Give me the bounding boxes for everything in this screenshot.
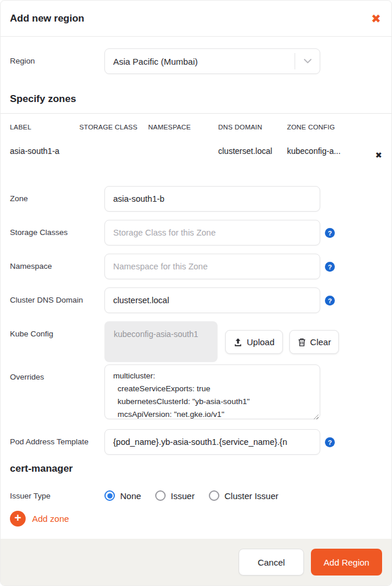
help-icon[interactable]: ? bbox=[325, 262, 335, 272]
cancel-button[interactable]: Cancel bbox=[239, 549, 304, 576]
col-namespace: NAMESPACE bbox=[148, 124, 218, 131]
kube-config-row: Kube Config kubeconfig-asia-south1 Uploa… bbox=[1, 321, 391, 362]
region-row: Region Asia Pacific (Mumbai) bbox=[1, 48, 391, 74]
zone-input[interactable] bbox=[104, 186, 320, 212]
delete-row-icon[interactable]: ✖ bbox=[358, 146, 382, 160]
upload-icon bbox=[233, 338, 243, 347]
kube-config-buttons: Upload Clear bbox=[225, 330, 339, 354]
namespace-input[interactable] bbox=[104, 254, 320, 279]
modal-header: Add new region ✖ bbox=[1, 1, 391, 37]
dns-domain-row: Cluster DNS Domain ? bbox=[1, 287, 391, 313]
close-icon[interactable]: ✖ bbox=[371, 13, 381, 24]
overrides-label: Overrides bbox=[10, 364, 104, 383]
col-storage-class: STORAGE CLASS bbox=[79, 124, 148, 131]
zone-form: Zone Storage Classes ? Namespace ? Clust… bbox=[1, 173, 391, 527]
col-dns-domain: DNS DOMAIN bbox=[218, 124, 287, 131]
help-icon[interactable]: ? bbox=[325, 228, 335, 238]
zones-table: LABEL STORAGE CLASS NAMESPACE DNS DOMAIN… bbox=[1, 113, 391, 173]
region-select[interactable]: Asia Pacific (Mumbai) bbox=[104, 48, 320, 74]
add-zone-label: Add zone bbox=[32, 514, 69, 524]
dns-domain-input[interactable] bbox=[104, 287, 320, 313]
specify-zones-heading: Specify zones bbox=[1, 93, 391, 105]
cell-namespace bbox=[148, 146, 218, 160]
cell-zone-config: kubeconfig-a... bbox=[287, 146, 358, 160]
overrides-row: Overrides multicluster: createServiceExp… bbox=[1, 364, 391, 422]
radio-option-issuer[interactable]: Issuer bbox=[155, 490, 195, 501]
cell-storage-class bbox=[79, 146, 148, 160]
zone-row: Zone bbox=[1, 186, 391, 212]
namespace-row: Namespace ? bbox=[1, 254, 391, 279]
radio-icon[interactable] bbox=[155, 490, 166, 501]
cell-dns-domain: clusterset.local bbox=[218, 146, 287, 160]
col-zone-config: ZONE CONFIG bbox=[287, 124, 358, 131]
cert-manager-heading: cert-manager bbox=[1, 463, 391, 475]
modal-title: Add new region bbox=[10, 13, 85, 24]
table-row: asia-south1-a clusterset.local kubeconfi… bbox=[1, 131, 391, 173]
issuer-type-label: Issuer Type bbox=[10, 484, 104, 501]
region-select-value: Asia Pacific (Mumbai) bbox=[105, 57, 295, 66]
radio-label: None bbox=[120, 491, 141, 501]
radio-icon[interactable] bbox=[209, 490, 219, 501]
radio-label: Issuer bbox=[171, 491, 195, 501]
col-label: LABEL bbox=[10, 124, 79, 131]
radio-label: Cluster Issuer bbox=[225, 491, 279, 501]
kube-config-filename: kubeconfig-asia-south1 bbox=[104, 321, 218, 362]
storage-classes-row: Storage Classes ? bbox=[1, 220, 391, 245]
add-region-button[interactable]: Add Region bbox=[311, 549, 382, 576]
upload-button-label: Upload bbox=[247, 337, 275, 347]
storage-classes-input[interactable] bbox=[104, 220, 320, 245]
issuer-type-radio-group: None Issuer Cluster Issuer bbox=[104, 484, 278, 501]
clear-button-label: Clear bbox=[310, 337, 331, 347]
region-label: Region bbox=[10, 48, 104, 66]
help-icon[interactable]: ? bbox=[325, 296, 335, 306]
dns-domain-label: Cluster DNS Domain bbox=[10, 287, 104, 306]
radio-icon[interactable] bbox=[104, 490, 115, 501]
issuer-type-row: Issuer Type None Issuer Cluster Issuer bbox=[1, 484, 391, 501]
help-icon[interactable]: ? bbox=[325, 437, 335, 447]
namespace-label: Namespace bbox=[10, 254, 104, 272]
add-region-modal: Add new region ✖ Region Asia Pacific (Mu… bbox=[0, 0, 392, 586]
modal-footer: Cancel Add Region bbox=[1, 539, 391, 585]
zone-label: Zone bbox=[10, 186, 104, 204]
clear-button[interactable]: Clear bbox=[289, 330, 340, 354]
upload-button[interactable]: Upload bbox=[225, 330, 283, 354]
overrides-wrap: multicluster: createServiceExports: true… bbox=[104, 364, 320, 422]
zones-table-header: LABEL STORAGE CLASS NAMESPACE DNS DOMAIN… bbox=[1, 114, 391, 131]
kube-config-label: Kube Config bbox=[10, 321, 104, 339]
chevron-down-icon[interactable] bbox=[295, 59, 320, 64]
storage-classes-label: Storage Classes bbox=[10, 220, 104, 238]
pod-address-label: Pod Address Template bbox=[10, 429, 104, 447]
plus-icon: + bbox=[10, 511, 26, 527]
pod-address-row: Pod Address Template ? bbox=[1, 429, 391, 455]
pod-address-input[interactable] bbox=[104, 429, 320, 455]
radio-option-cluster-issuer[interactable]: Cluster Issuer bbox=[209, 490, 279, 501]
cell-label: asia-south1-a bbox=[10, 146, 79, 160]
radio-option-none[interactable]: None bbox=[104, 490, 141, 501]
trash-icon bbox=[298, 338, 306, 347]
modal-body: Region Asia Pacific (Mumbai) Specify zon… bbox=[1, 37, 391, 539]
add-zone-button[interactable]: + Add zone bbox=[1, 511, 391, 527]
overrides-textarea[interactable]: multicluster: createServiceExports: true… bbox=[104, 364, 320, 419]
